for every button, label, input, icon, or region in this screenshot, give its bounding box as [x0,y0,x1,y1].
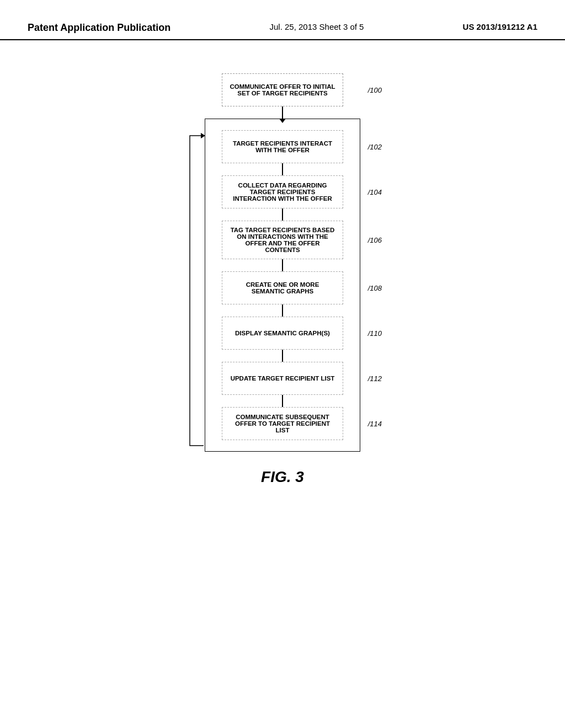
back-arrow-svg [184,119,206,451]
header-right: US 2013/191212 A1 [463,22,537,31]
header-left: Patent Application Publication [28,22,170,34]
page-header: Patent Application Publication Jul. 25, … [0,0,565,40]
arrow-5 [282,350,283,362]
step-106-wrapper: TAG TARGET RECIPIENTS BASED ON INTERACTI… [222,221,343,259]
step-114-box: COMMUNICATE SUBSEQUENT OFFER TO TARGET R… [222,407,343,440]
svg-marker-0 [201,133,205,138]
step-102-ref: /102 [368,143,382,151]
step-102-box: TARGET RECIPIENTS INTERACT WITH THE OFFE… [222,130,343,163]
arrow-0 [282,106,283,119]
step-112-ref: /112 [368,374,382,383]
step-110-ref: /110 [368,329,382,338]
arrow-3 [282,259,283,271]
step-100-box: COMMUNICATE OFFER TO INITIAL SET OF TARG… [222,73,343,106]
header-center: Jul. 25, 2013 Sheet 3 of 5 [270,22,364,31]
diagram-container: COMMUNICATE OFFER TO INITIAL SET OF TARG… [0,73,565,486]
step-114-wrapper: COMMUNICATE SUBSEQUENT OFFER TO TARGET R… [222,407,343,440]
step-100-wrapper: COMMUNICATE OFFER TO INITIAL SET OF TARG… [222,73,343,106]
step-108-box: CREATE ONE OR MORE SEMANTIC GRAPHS [222,271,343,304]
step-114-ref: /114 [368,420,382,428]
step-110-box: DISPLAY SEMANTIC GRAPH(S) [222,317,343,350]
arrow-4 [282,304,283,317]
step-112-wrapper: UPDATE TARGET RECIPIENT LIST/112 [222,362,343,395]
step-104-box: COLLECT DATA REGARDING TARGET RECIPIENTS… [222,175,343,208]
step-112-box: UPDATE TARGET RECIPIENT LIST [222,362,343,395]
arrow-2 [282,208,283,221]
step-100-ref: /100 [368,86,382,94]
step-108-ref: /108 [368,284,382,292]
outer-box: TARGET RECIPIENTS INTERACT WITH THE OFFE… [205,119,360,452]
step-106-box: TAG TARGET RECIPIENTS BASED ON INTERACTI… [222,221,343,259]
fig-label: FIG. 3 [261,468,304,486]
flowchart: COMMUNICATE OFFER TO INITIAL SET OF TARG… [205,73,360,452]
step-102-wrapper: TARGET RECIPIENTS INTERACT WITH THE OFFE… [222,130,343,163]
step-108-wrapper: CREATE ONE OR MORE SEMANTIC GRAPHS/108 [222,271,343,304]
step-104-ref: /104 [368,188,382,196]
arrow-1 [282,163,283,175]
step-106-ref: /106 [368,236,382,244]
step-110-wrapper: DISPLAY SEMANTIC GRAPH(S)/110 [222,317,343,350]
step-104-wrapper: COLLECT DATA REGARDING TARGET RECIPIENTS… [222,175,343,208]
arrow-6 [282,395,283,407]
